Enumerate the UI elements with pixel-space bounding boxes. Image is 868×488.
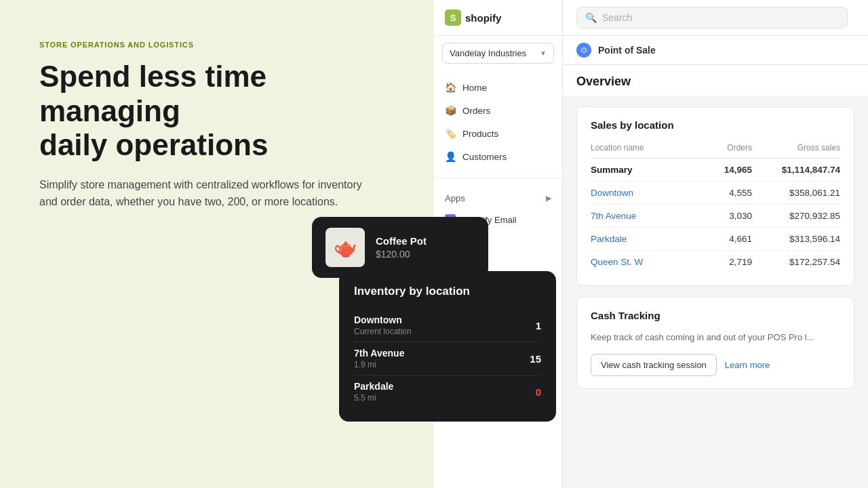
apps-chevron-icon: ▶ [546, 194, 551, 203]
cash-tracking-card: Cash Tracking Keep track of cash coming … [576, 297, 854, 389]
sales-card-title: Sales by location [591, 119, 840, 131]
row-location-downtown[interactable]: Downtown [591, 188, 691, 198]
sidebar-divider [434, 178, 562, 178]
orders-icon: 📦 [445, 105, 456, 116]
cash-tracking-title: Cash Tracking [591, 310, 840, 321]
sidebar-item-customers[interactable]: 👤 Customers [434, 145, 562, 168]
cash-tracking-actions: View cash tracking session Learn more [591, 354, 840, 376]
inventory-row-downtown: Downtown Current location 1 [354, 309, 541, 342]
row-sales-7th-ave: $270,932.85 [752, 211, 840, 221]
table-row-queen-st: Queen St. W 2,719 $172,257.54 [591, 251, 840, 273]
learn-more-button[interactable]: Learn more [725, 360, 770, 370]
product-info: Coffee Pot $120.00 [376, 235, 427, 260]
category-label: STORE OPERATIONS AND LOGISTICS [39, 41, 395, 49]
product-price: $120.00 [376, 249, 427, 260]
row-sales-parkdale: $313,596.14 [752, 234, 840, 244]
main-content: 🔍 Search ⊙ Point of Sale Overview Sales … [563, 0, 868, 488]
sidebar-item-home[interactable]: 🏠 Home [434, 76, 562, 99]
sub-text: Simplify store management with centraliz… [39, 176, 378, 211]
row-sales-queen-st: $172,257.54 [752, 257, 840, 267]
sales-by-location-card: Sales by location Location name Orders G… [576, 106, 854, 286]
row-sales-summary: $1,114,847.74 [752, 165, 840, 175]
table-header: Location name Orders Gross sales [591, 140, 840, 159]
home-icon: 🏠 [445, 82, 456, 93]
customers-icon: 👤 [445, 151, 456, 162]
inventory-row-parkdale: Parkdale 5.5 mi 0 [354, 375, 541, 408]
cards-area: Sales by location Location name Orders G… [563, 96, 868, 488]
sidebar-item-orders-label: Orders [462, 106, 490, 116]
store-selector[interactable]: Vandelay Industries ▼ [442, 43, 554, 64]
row-location-summary: Summary [591, 165, 691, 175]
sidebar-item-customers-label: Customers [462, 152, 507, 162]
inv-location-7th: 7th Avenue 1.9 mi [354, 348, 404, 369]
search-bar[interactable]: 🔍 Search [576, 7, 848, 28]
apps-label: Apps [445, 193, 465, 203]
shopify-logo: S shopify [445, 9, 501, 26]
row-orders-7th-ave: 3,030 [691, 211, 752, 221]
sidebar-nav: 🏠 Home 📦 Orders 🏷️ Products 👤 Customers [434, 70, 562, 174]
inv-location-parkdale: Parkdale 5.5 mi [354, 381, 393, 403]
search-placeholder: Search [602, 12, 632, 23]
row-orders-parkdale: 4,661 [691, 234, 752, 244]
inventory-title: Inventory by location [354, 285, 541, 298]
row-orders-downtown: 4,555 [691, 188, 752, 198]
row-location-queen-st[interactable]: Queen St. W [591, 257, 691, 267]
product-image: 🫖 [326, 228, 365, 267]
apps-header[interactable]: Apps ▶ [434, 188, 562, 209]
col-header-location: Location name [591, 143, 691, 152]
cash-tracking-desc: Keep track of cash coming in and out of … [591, 331, 840, 344]
row-location-7th-ave[interactable]: 7th Avenue [591, 211, 691, 221]
row-sales-downtown: $358,061.21 [752, 188, 840, 198]
sidebar-item-home-label: Home [462, 83, 487, 93]
shopify-bag-icon: S [445, 9, 461, 26]
overview-section: Overview [563, 65, 868, 96]
inventory-card: Inventory by location Downtown Current l… [339, 271, 556, 422]
chevron-down-icon: ▼ [540, 49, 547, 57]
row-orders-summary: 14,965 [691, 165, 752, 175]
table-row-downtown: Downtown 4,555 $358,061.21 [591, 182, 840, 205]
view-cash-tracking-button[interactable]: View cash tracking session [591, 354, 717, 376]
pos-label: Point of Sale [598, 45, 656, 56]
col-header-sales: Gross sales [752, 143, 840, 152]
top-bar: 🔍 Search [563, 0, 868, 36]
overview-title: Overview [576, 75, 631, 88]
main-heading: Spend less time managing daily operation… [39, 60, 395, 163]
store-name: Vandelay Industries [450, 48, 526, 58]
product-card: 🫖 Coffee Pot $120.00 [312, 217, 488, 278]
col-header-orders: Orders [691, 143, 752, 152]
shopify-name: shopify [465, 12, 501, 24]
sidebar-item-orders[interactable]: 📦 Orders [434, 99, 562, 122]
left-panel: STORE OPERATIONS AND LOGISTICS Spend les… [0, 0, 434, 488]
inv-location-downtown: Downtown Current location [354, 314, 412, 336]
pos-header: ⊙ Point of Sale [563, 36, 868, 65]
sidebar-header: S shopify [434, 0, 562, 36]
sidebar-item-products-label: Products [462, 129, 498, 139]
row-location-parkdale[interactable]: Parkdale [591, 234, 691, 244]
table-row-parkdale: Parkdale 4,661 $313,596.14 [591, 228, 840, 251]
product-name: Coffee Pot [376, 235, 427, 247]
sidebar-item-products[interactable]: 🏷️ Products [434, 122, 562, 145]
row-orders-queen-st: 2,719 [691, 257, 752, 267]
products-icon: 🏷️ [445, 128, 456, 139]
search-icon: 🔍 [585, 12, 597, 23]
pos-icon: ⊙ [576, 43, 591, 58]
table-row-summary: Summary 14,965 $1,114,847.74 [591, 159, 840, 182]
table-row-7th-ave: 7th Avenue 3,030 $270,932.85 [591, 205, 840, 228]
inventory-row-7th-ave: 7th Avenue 1.9 mi 15 [354, 342, 541, 375]
